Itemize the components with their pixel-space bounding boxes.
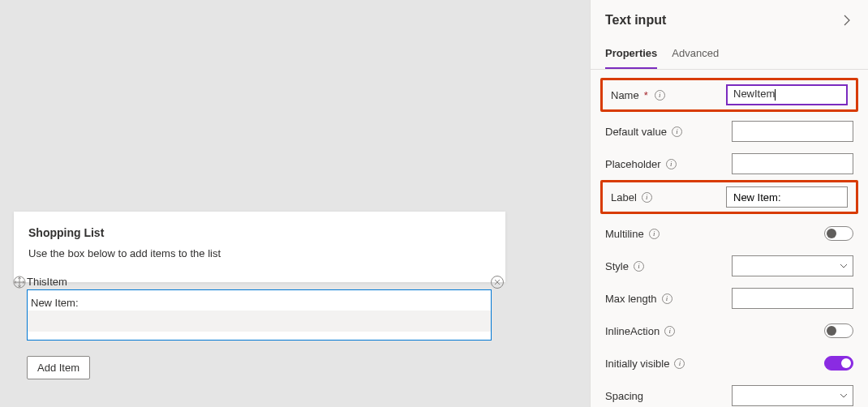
field-label: New Item: (28, 290, 491, 311)
required-asterisk: * (644, 89, 648, 101)
prop-inline-action-toggle[interactable] (824, 323, 853, 338)
property-panel: Text input Properties Advanced Name * i … (590, 0, 868, 407)
info-icon[interactable]: i (649, 229, 660, 239)
info-icon[interactable]: i (664, 326, 675, 336)
info-icon[interactable]: i (662, 293, 672, 304)
info-icon[interactable]: i (666, 159, 677, 169)
info-icon[interactable]: i (672, 126, 682, 137)
info-icon[interactable]: i (674, 358, 685, 369)
prop-placeholder-label: Placeholder (605, 158, 661, 170)
prop-initially-visible-toggle[interactable] (824, 356, 853, 371)
canvas: Shopping List Use the box below to add i… (0, 0, 590, 407)
prop-multiline-toggle[interactable] (824, 226, 853, 241)
card-container: Shopping List Use the box below to add i… (14, 212, 505, 282)
clear-selection-icon[interactable] (490, 275, 505, 289)
prop-placeholder-input[interactable] (732, 153, 853, 174)
prop-inline-action-label: InlineAction (605, 325, 660, 337)
prop-default-value-input[interactable] (732, 121, 853, 142)
card-subtitle: Use the box below to add items to the li… (28, 247, 491, 259)
prop-initially-visible-label: Initially visible (605, 358, 669, 370)
highlight-name-row: Name * i NewItem (600, 78, 858, 112)
prop-spacing-select[interactable] (732, 385, 853, 406)
info-icon[interactable]: i (634, 261, 644, 272)
panel-title: Text input (605, 13, 666, 28)
prop-max-length-label: Max length (605, 293, 657, 305)
add-item-button[interactable]: Add Item (27, 356, 90, 379)
new-item-input[interactable] (28, 311, 491, 332)
prop-default-value-label: Default value (605, 126, 667, 138)
selected-element-name: ThisItem (27, 276, 67, 288)
prop-style-select[interactable] (732, 255, 853, 276)
highlight-label-row: Label i (600, 180, 858, 214)
tab-properties[interactable]: Properties (605, 41, 657, 69)
chevron-right-icon[interactable] (840, 14, 853, 27)
prop-label-label: Label (611, 191, 637, 204)
prop-spacing-label: Spacing (605, 390, 643, 402)
prop-multiline-label: Multiline (605, 228, 644, 240)
move-handle-icon[interactable] (12, 275, 27, 289)
info-icon[interactable]: i (642, 192, 652, 203)
prop-label-input[interactable] (726, 186, 848, 208)
info-icon[interactable]: i (655, 90, 665, 101)
prop-style-label: Style (605, 260, 629, 272)
tab-advanced[interactable]: Advanced (672, 41, 719, 69)
card-title: Shopping List (28, 226, 491, 239)
panel-tabs: Properties Advanced (591, 41, 868, 70)
prop-name-input[interactable]: NewItem (726, 84, 848, 105)
text-input-component[interactable]: New Item: (27, 289, 492, 341)
prop-name-label: Name (611, 89, 639, 101)
chevron-down-icon (840, 392, 848, 400)
chevron-down-icon (840, 262, 848, 270)
prop-max-length-input[interactable] (732, 288, 853, 309)
